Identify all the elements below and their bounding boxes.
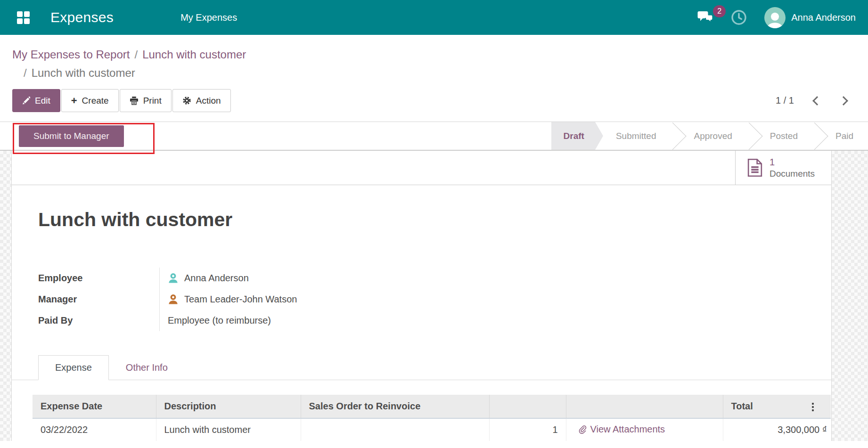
- manager-avatar-icon: [168, 294, 179, 305]
- view-attachments-label: View Attachments: [590, 424, 665, 435]
- plus-icon: +: [71, 96, 77, 106]
- tab-expense[interactable]: Expense: [38, 355, 109, 380]
- column-header-description[interactable]: Description: [156, 395, 301, 418]
- messages-button[interactable]: 2: [697, 11, 713, 24]
- cell-sales-order[interactable]: [301, 418, 489, 441]
- breadcrumb-separator: /: [24, 66, 27, 79]
- documents-label: Documents: [770, 168, 815, 179]
- activities-button[interactable]: [730, 9, 747, 26]
- content-background: 1 Documents Lunch with customer Employee…: [0, 151, 868, 441]
- user-name[interactable]: Anna Anderson: [791, 12, 856, 23]
- field-value-manager[interactable]: Team Leader-John Watson: [159, 289, 315, 310]
- breadcrumb-link-my-expenses-to-report[interactable]: My Expenses to Report: [12, 48, 130, 61]
- gear-icon: [182, 96, 191, 105]
- paperclip-icon: [578, 425, 587, 434]
- cell-attachments: View Attachments: [566, 418, 723, 441]
- pencil-icon: [22, 97, 30, 105]
- app-title[interactable]: Expenses: [50, 9, 114, 25]
- statusbar: Submit to Manager Draft Submitted Approv…: [0, 122, 868, 151]
- print-button-label: Print: [143, 96, 162, 106]
- cell-description[interactable]: Lunch with customer: [156, 418, 301, 441]
- breadcrumb-separator: /: [134, 48, 138, 61]
- control-panel: Edit + Create Print Action 1 / 1: [0, 82, 868, 112]
- breadcrumb: My Expenses to Report/Lunch with custome…: [0, 35, 868, 82]
- paid-by-value: Employee (to reimburse): [168, 315, 271, 326]
- field-group: Employee Anna Anderson Manager: [38, 268, 315, 331]
- form-sheet: 1 Documents Lunch with customer Employee…: [11, 151, 832, 441]
- field-value-paid-by: Employee (to reimburse): [159, 310, 315, 331]
- status-pipeline: Draft Submitted Approved Posted Paid: [551, 122, 868, 150]
- edit-button[interactable]: Edit: [12, 89, 60, 112]
- kebab-icon: [812, 403, 814, 411]
- status-step-draft[interactable]: Draft: [551, 122, 603, 150]
- button-box: 1 Documents: [12, 151, 831, 185]
- view-attachments-link[interactable]: View Attachments: [578, 424, 665, 435]
- employee-name: Anna Anderson: [184, 273, 249, 284]
- printer-icon: [130, 96, 139, 105]
- chat-icon: [697, 11, 713, 24]
- apps-menu-icon[interactable]: [17, 11, 30, 24]
- page-title: Lunch with customer: [12, 185, 831, 231]
- column-header-expense-date[interactable]: Expense Date: [33, 395, 156, 418]
- column-header-attachments: [566, 395, 723, 418]
- edit-button-label: Edit: [35, 96, 50, 106]
- create-button-label: Create: [82, 96, 109, 106]
- column-header-total[interactable]: Total: [723, 395, 812, 418]
- cell-expense-date[interactable]: 03/22/2022: [33, 418, 156, 441]
- field-label-paid-by: Paid By: [38, 310, 159, 331]
- column-header-sales-order[interactable]: Sales Order to Reinvoice: [301, 395, 489, 418]
- column-header-quantity: [489, 395, 566, 418]
- notebook-tabs: Expense Other Info: [12, 355, 831, 380]
- status-step-separator-icon: [669, 122, 681, 150]
- documents-stat-button[interactable]: 1 Documents: [735, 151, 831, 185]
- nav-menu-my-expenses[interactable]: My Expenses: [180, 12, 237, 23]
- expense-tab-pane: Expense Date Description Sales Order to …: [12, 380, 831, 441]
- status-step-separator-icon: [811, 122, 823, 150]
- submit-to-manager-button[interactable]: Submit to Manager: [19, 125, 124, 147]
- messages-count-badge: 2: [713, 5, 726, 17]
- breadcrumb-current: Lunch with customer: [32, 66, 135, 79]
- expense-line-row[interactable]: 03/22/2022 Lunch with customer 1: [33, 418, 831, 441]
- status-step-separator-icon: [745, 122, 757, 150]
- pager-value: 1 / 1: [776, 95, 794, 106]
- breadcrumb-link-lunch-with-customer[interactable]: Lunch with customer: [142, 48, 246, 61]
- field-value-employee[interactable]: Anna Anderson: [159, 268, 315, 289]
- cell-total[interactable]: 3,300,000 ₫: [723, 418, 831, 441]
- manager-name: Team Leader-John Watson: [184, 294, 297, 305]
- status-step-paid[interactable]: Paid: [823, 122, 866, 150]
- tab-other-info[interactable]: Other Info: [109, 355, 185, 380]
- table-header-row: Expense Date Description Sales Order to …: [33, 395, 831, 418]
- field-label-employee: Employee: [38, 268, 159, 289]
- documents-count: 1: [770, 156, 815, 168]
- expense-lines-table: Expense Date Description Sales Order to …: [33, 395, 831, 441]
- pager-previous-icon[interactable]: [812, 96, 822, 106]
- top-navbar: Expenses My Expenses 2: [0, 0, 868, 35]
- action-button[interactable]: Action: [172, 89, 231, 112]
- table-options-button[interactable]: [812, 395, 831, 418]
- field-label-manager: Manager: [38, 289, 159, 310]
- create-button[interactable]: + Create: [61, 89, 119, 112]
- user-avatar[interactable]: [764, 7, 786, 28]
- pager: 1 / 1: [776, 95, 847, 106]
- pager-next-icon[interactable]: [839, 96, 848, 106]
- print-button[interactable]: Print: [120, 89, 172, 112]
- employee-avatar-icon: [168, 273, 179, 284]
- cell-quantity[interactable]: 1: [489, 418, 566, 441]
- document-icon: [747, 158, 763, 177]
- action-button-label: Action: [196, 96, 221, 106]
- clock-icon: [730, 9, 747, 26]
